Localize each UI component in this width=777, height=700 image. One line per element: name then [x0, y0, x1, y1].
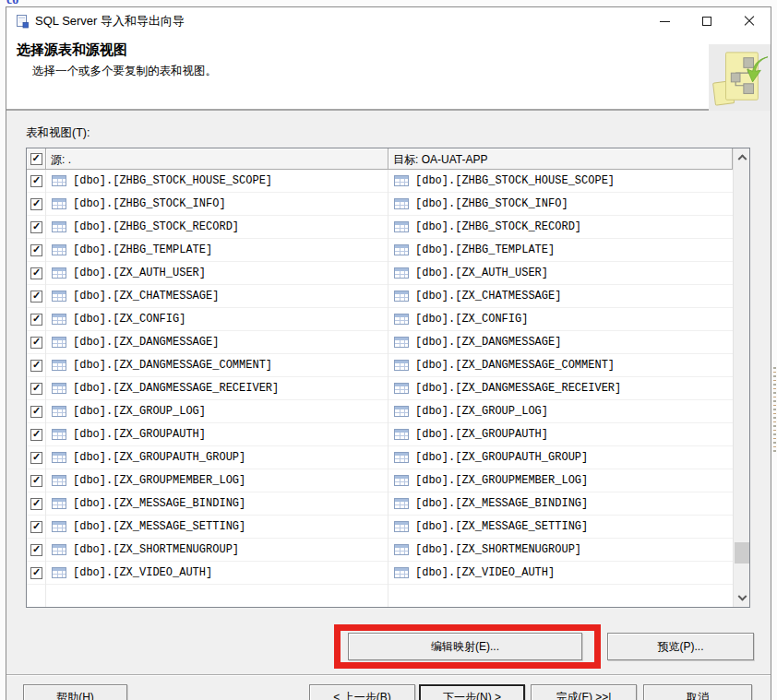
table-row[interactable]: [dbo].[ZX_SHORTMENUGROUP] [dbo].[ZX_SHOR…	[27, 539, 733, 562]
source-cell: [dbo].[ZX_GROUPAUTH]	[46, 428, 388, 441]
source-cell-text: [dbo].[ZX_GROUPAUTH]	[73, 428, 206, 441]
source-cell: [dbo].[ZX_VIDEO_AUTH]	[46, 566, 388, 579]
table-icon	[52, 475, 66, 486]
next-button[interactable]: 下一步(N) >	[419, 684, 525, 700]
target-cell: [dbo].[ZX_GROUPMEMBER_LOG]	[388, 474, 733, 487]
target-cell: [dbo].[ZX_CHATMESSAGE]	[388, 290, 733, 303]
target-cell-text: [dbo].[ZHBG_TEMPLATE]	[415, 243, 555, 256]
table-row[interactable]: [dbo].[ZX_GROUPAUTH_GROUP] [dbo].[ZX_GRO…	[27, 446, 733, 469]
row-checkbox-cell	[27, 452, 46, 464]
table-icon	[394, 267, 409, 279]
table-row[interactable]: [dbo].[ZHBG_STOCK_RECORD] [dbo].[ZHBG_ST…	[27, 216, 733, 239]
source-column-header[interactable]: 源: .	[46, 148, 388, 170]
target-cell: [dbo].[ZX_MESSAGE_BINDING]	[388, 497, 733, 510]
vertical-scrollbar[interactable]	[733, 148, 749, 607]
row-checkbox[interactable]	[30, 337, 42, 349]
row-checkbox[interactable]	[30, 452, 42, 464]
table-row[interactable]: [dbo].[ZX_GROUP_LOG] [dbo].[ZX_GROUP_LOG…	[27, 400, 733, 423]
source-cell-text: [dbo].[ZX_GROUPAUTH_GROUP]	[73, 451, 245, 464]
table-row[interactable]: [dbo].[ZHBG_STOCK_INFO] [dbo].[ZHBG_STOC…	[27, 193, 733, 216]
row-checkbox[interactable]	[30, 475, 42, 487]
table-row[interactable]: [dbo].[ZX_DANGMESSAGE_COMMENT] [dbo].[ZX…	[27, 354, 733, 377]
source-cell: [dbo].[ZX_CHATMESSAGE]	[46, 290, 388, 303]
select-all-checkbox[interactable]	[30, 153, 42, 165]
row-checkbox[interactable]	[30, 383, 42, 395]
table-row[interactable]: [dbo].[ZX_DANGMESSAGE_RECEIVER] [dbo].[Z…	[27, 377, 733, 400]
row-checkbox-cell	[27, 337, 46, 349]
footer-divider	[6, 674, 771, 675]
row-checkbox[interactable]	[30, 567, 42, 579]
target-cell-text: [dbo].[ZX_DANGMESSAGE_RECEIVER]	[415, 382, 621, 395]
row-checkbox[interactable]	[30, 521, 42, 533]
row-checkbox[interactable]	[30, 198, 42, 210]
source-cell-text: [dbo].[ZX_CONFIG]	[73, 313, 185, 326]
table-row[interactable]: [dbo].[ZX_GROUPMEMBER_LOG] [dbo].[ZX_GRO…	[27, 469, 733, 492]
cancel-button[interactable]: 取消	[643, 684, 752, 700]
finish-button[interactable]: 完成(F) >>|	[531, 684, 637, 700]
table-row[interactable]: [dbo].[ZX_AUTH_USER] [dbo].[ZX_AUTH_USER…	[27, 262, 733, 285]
target-cell: [dbo].[ZX_AUTH_USER]	[388, 267, 733, 279]
table-row[interactable]: [dbo].[ZHBG_TEMPLATE] [dbo].[ZHBG_TEMPLA…	[27, 239, 733, 262]
target-cell: [dbo].[ZX_VIDEO_AUTH]	[388, 566, 733, 579]
table-row[interactable]: [dbo].[ZX_VIDEO_AUTH] [dbo].[ZX_VIDEO_AU…	[27, 562, 733, 585]
wizard-header: 选择源表和源视图 选择一个或多个要复制的表和视图。	[6, 35, 771, 111]
row-checkbox[interactable]	[30, 314, 42, 326]
row-checkbox[interactable]	[30, 267, 42, 279]
scroll-up-button[interactable]	[734, 148, 750, 164]
grid-main: 源: . 目标: OA-UAT-APP [dbo].[ZHBG_STOCK_HO…	[27, 148, 733, 607]
row-checkbox-cell	[27, 314, 46, 326]
table-row[interactable]: [dbo].[ZHBG_STOCK_HOUSE_SCOPE] [dbo].[ZH…	[27, 170, 733, 193]
caption-buttons	[643, 7, 771, 35]
table-row[interactable]: [dbo].[ZX_CHATMESSAGE] [dbo].[ZX_CHATMES…	[27, 285, 733, 308]
target-column-header[interactable]: 目标: OA-UAT-APP	[388, 148, 733, 170]
table-row[interactable]: [dbo].[ZX_MESSAGE_SETTING] [dbo].[ZX_MES…	[27, 516, 733, 539]
target-cell-text: [dbo].[ZX_GROUP_LOG]	[415, 405, 548, 418]
row-checkbox[interactable]	[30, 221, 42, 233]
row-checkbox[interactable]	[30, 175, 42, 187]
table-icon	[394, 360, 409, 371]
title-bar: SQL Server 导入和导出向导	[6, 7, 771, 35]
source-cell: [dbo].[ZX_MESSAGE_BINDING]	[46, 497, 388, 510]
help-button[interactable]: 帮助(H)	[23, 684, 127, 700]
table-row[interactable]: [dbo].[ZX_DANGMESSAGE] [dbo].[ZX_DANGMES…	[27, 331, 733, 354]
target-cell: [dbo].[ZHBG_STOCK_INFO]	[388, 197, 733, 210]
source-cell-text: [dbo].[ZX_MESSAGE_BINDING]	[73, 497, 245, 510]
table-icon	[52, 360, 66, 371]
scrollbar-thumb[interactable]	[735, 542, 749, 564]
row-checkbox[interactable]	[30, 498, 42, 510]
background-page-fragment	[773, 367, 776, 452]
table-icon	[394, 291, 409, 302]
table-icon	[52, 567, 66, 578]
table-icon	[52, 521, 66, 532]
row-checkbox[interactable]	[30, 429, 42, 441]
table-row[interactable]: [dbo].[ZX_MESSAGE_BINDING] [dbo].[ZX_MES…	[27, 492, 733, 516]
scroll-down-button[interactable]	[734, 591, 750, 607]
table-icon	[394, 475, 409, 486]
row-checkbox-cell	[27, 267, 46, 279]
table-icon	[394, 429, 409, 440]
row-checkbox[interactable]	[30, 360, 42, 372]
table-icon	[394, 314, 409, 325]
row-checkbox[interactable]	[30, 406, 42, 418]
target-cell: [dbo].[ZHBG_STOCK_HOUSE_SCOPE]	[388, 174, 733, 187]
row-checkbox[interactable]	[30, 291, 42, 303]
target-cell-text: [dbo].[ZX_MESSAGE_SETTING]	[415, 520, 588, 533]
table-row[interactable]: [dbo].[ZX_GROUPAUTH] [dbo].[ZX_GROUPAUTH…	[27, 423, 733, 446]
source-cell-text: [dbo].[ZX_VIDEO_AUTH]	[73, 566, 212, 579]
table-row[interactable]: [dbo].[ZX_CONFIG] [dbo].[ZX_CONFIG]	[27, 308, 733, 331]
maximize-button[interactable]	[686, 7, 728, 35]
minimize-button[interactable]	[643, 7, 686, 35]
target-cell-text: [dbo].[ZX_CONFIG]	[415, 313, 528, 326]
back-button[interactable]: < 上一步(B)	[309, 684, 415, 700]
source-cell: [dbo].[ZX_CONFIG]	[46, 313, 388, 326]
close-button[interactable]	[728, 7, 771, 35]
table-icon	[52, 406, 66, 417]
preview-button[interactable]: 预览(P)...	[607, 633, 754, 660]
wizard-window: SQL Server 导入和导出向导 选择源表和源视图 选择一个或多个要复制的表…	[6, 6, 771, 700]
column-separator	[45, 170, 46, 607]
row-checkbox[interactable]	[30, 244, 42, 256]
row-checkbox[interactable]	[30, 544, 42, 556]
target-cell: [dbo].[ZX_DANGMESSAGE_RECEIVER]	[388, 382, 733, 395]
table-icon	[52, 544, 66, 555]
edit-mappings-button[interactable]: 编辑映射(E)...	[348, 633, 582, 660]
